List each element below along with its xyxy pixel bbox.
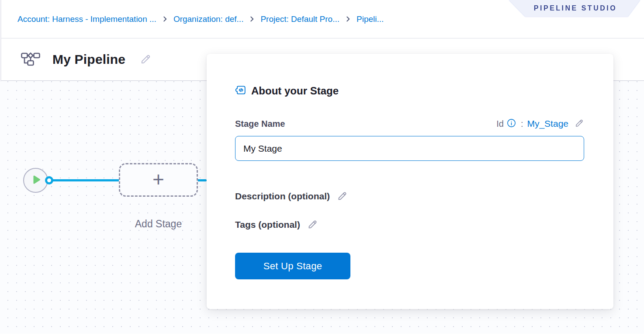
- edit-tags-button[interactable]: [307, 219, 318, 231]
- id-info-button[interactable]: [507, 118, 516, 129]
- edit-pipeline-name-button[interactable]: [139, 53, 152, 66]
- tags-row: Tags (optional): [235, 218, 584, 231]
- pipeline-icon: [21, 51, 40, 68]
- stage-name-id-row: Stage Name Id : My_Stage: [235, 118, 584, 130]
- pencil-icon: [574, 118, 584, 129]
- description-label: Description (optional): [235, 191, 330, 202]
- play-icon: [31, 175, 41, 186]
- info-icon: [507, 118, 516, 129]
- pipeline-studio-badge-wrap: PIPELINE STUDIO: [509, 0, 644, 17]
- plus-icon: +: [152, 169, 164, 189]
- set-up-stage-button[interactable]: Set Up Stage: [235, 253, 350, 279]
- pipeline-studio-badge: PIPELINE STUDIO: [509, 0, 640, 17]
- stage-id-group: Id : My_Stage: [496, 118, 584, 129]
- left-edge-strip: [0, 0, 1, 81]
- chevron-right-icon: [345, 16, 351, 22]
- stage-id-value: My_Stage: [527, 118, 568, 129]
- pipeline-studio-badge-label: PIPELINE STUDIO: [532, 4, 617, 12]
- stage-name-label: Stage Name: [235, 119, 285, 129]
- tags-label: Tags (optional): [235, 219, 300, 230]
- description-row: Description (optional): [235, 190, 584, 203]
- breadcrumb-item-project[interactable]: Project: Default Pro...: [260, 14, 339, 24]
- edit-stage-id-button[interactable]: [574, 118, 584, 129]
- breadcrumb: Account: Harness - Implementation ... Or…: [17, 14, 384, 24]
- pencil-icon: [307, 219, 318, 231]
- breadcrumb-item-account[interactable]: Account: Harness - Implementation ...: [17, 14, 156, 24]
- page-title: My Pipeline: [52, 52, 125, 67]
- chevron-right-icon: [249, 16, 255, 22]
- breadcrumb-item-pipeline[interactable]: Pipeli...: [357, 14, 384, 24]
- about-stage-panel: About your Stage Stage Name Id : My_Stag…: [207, 54, 613, 309]
- add-stage-button[interactable]: +: [119, 163, 198, 197]
- add-stage-label: Add Stage: [114, 218, 202, 230]
- panel-title-row: About your Stage: [235, 84, 584, 97]
- pipeline-start-node: [23, 168, 48, 193]
- id-label: Id: [496, 119, 504, 129]
- stage-icon: [235, 84, 246, 97]
- node-connector-dot: [45, 176, 53, 184]
- breadcrumb-item-organization[interactable]: Organization: def...: [173, 14, 244, 24]
- edit-description-button[interactable]: [336, 190, 348, 203]
- pencil-icon: [139, 53, 152, 66]
- id-separator: :: [521, 119, 523, 129]
- stage-name-input[interactable]: [235, 136, 584, 161]
- panel-title: About your Stage: [251, 85, 339, 97]
- chevron-right-icon: [162, 16, 168, 22]
- pencil-icon: [336, 190, 348, 203]
